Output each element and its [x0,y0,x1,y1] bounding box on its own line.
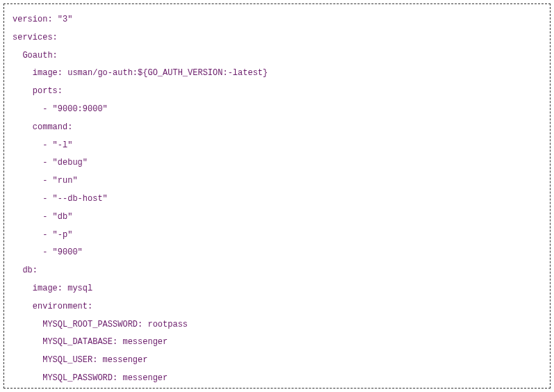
code-line: MYSQL_DATABASE: messenger [13,334,541,352]
code-line: db: [13,262,541,280]
code-line: - "9000" [13,244,541,262]
yaml-code-block: version: "3"services: Goauth: image: usm… [3,3,551,389]
code-line: - "--db-host" [13,190,541,209]
code-line: - "9000:9000" [13,101,541,119]
code-line: MYSQL_PASSWORD: messenger [13,370,541,388]
code-line: image: usman/go-auth:${GO_AUTH_VERSION:-… [13,65,541,83]
code-line: image: mysql [13,280,541,298]
code-line: environment: [13,298,541,316]
code-line: - "-p" [13,227,541,245]
code-line: - "-l" [13,137,541,155]
code-line: services: [13,29,541,47]
code-line: command: [13,119,541,137]
code-line: MYSQL_ROOT_PASSWORD: rootpass [13,316,541,334]
code-line: - "debug" [13,154,541,172]
code-line: MYSQL_USER: messenger [13,352,541,370]
code-line: ports: [13,83,541,101]
code-line: - "run" [13,172,541,190]
code-line: - "db" [13,209,541,227]
code-line: Goauth: [13,47,541,65]
code-line: version: "3" [13,11,541,29]
